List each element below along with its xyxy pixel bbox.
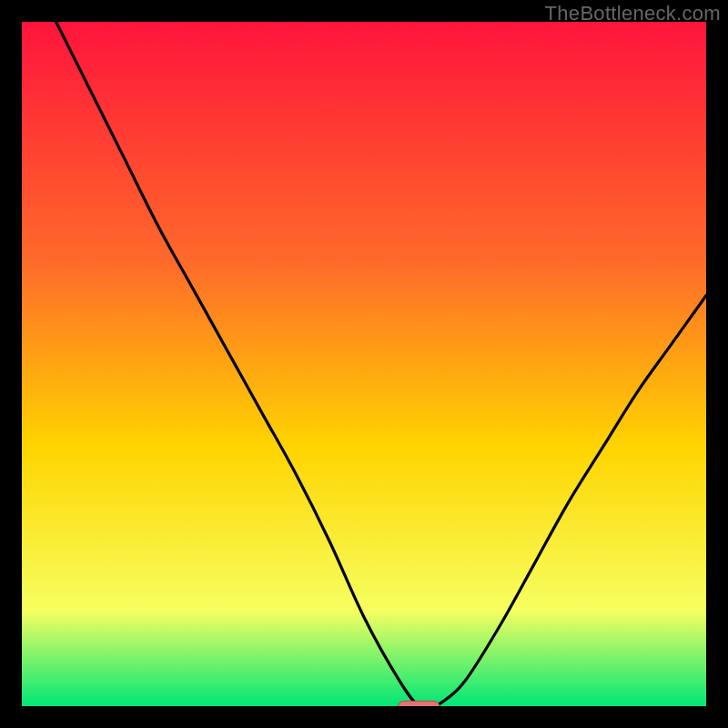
optimal-marker: [399, 701, 440, 706]
chart-frame: TheBottleneck.com: [0, 0, 728, 728]
bottleneck-plot: [22, 22, 706, 706]
gradient-background: [22, 22, 706, 706]
